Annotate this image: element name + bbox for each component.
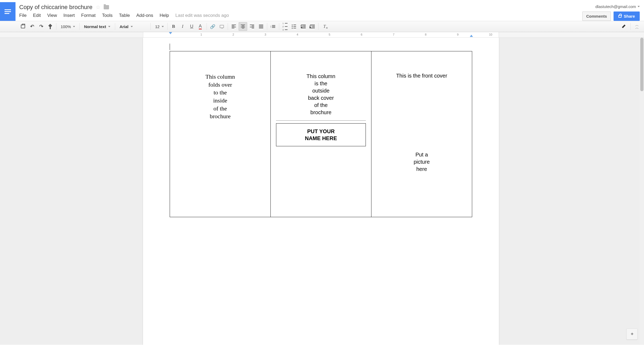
print-icon bbox=[21, 25, 25, 28]
divider bbox=[276, 120, 366, 121]
explore-icon: ✦ bbox=[630, 331, 634, 337]
separator bbox=[318, 23, 319, 30]
lock-icon bbox=[618, 15, 622, 18]
text-cursor bbox=[170, 44, 170, 50]
right-indent-marker[interactable] bbox=[470, 35, 473, 37]
numbered-list-button[interactable]: 123 bbox=[281, 22, 289, 31]
user-account[interactable]: dlastutech@gmail.com bbox=[595, 4, 640, 9]
font-value: Arial bbox=[119, 24, 128, 29]
star-icon[interactable]: ☆ bbox=[96, 4, 100, 10]
document-title[interactable]: Copy of chiccarine brochure bbox=[19, 4, 92, 11]
increase-indent-button[interactable]: ▶ bbox=[308, 22, 317, 31]
undo-button[interactable]: ↶ bbox=[28, 22, 36, 31]
align-right-button[interactable] bbox=[248, 22, 256, 31]
style-select[interactable]: Normal text bbox=[81, 22, 113, 31]
vertical-scrollbar[interactable] bbox=[640, 38, 644, 345]
separator bbox=[267, 23, 267, 30]
align-justify-button[interactable] bbox=[257, 22, 265, 31]
ruler-mark: 7 bbox=[393, 33, 394, 36]
horizontal-ruler[interactable]: 1 2 3 4 5 6 7 8 9 10 bbox=[143, 32, 499, 37]
insert-comment-button[interactable] bbox=[218, 22, 226, 31]
insert-link-button[interactable]: 🔗 bbox=[208, 22, 217, 31]
bulleted-list-button[interactable] bbox=[290, 22, 298, 31]
zoom-select[interactable]: 100% bbox=[58, 22, 78, 31]
separator bbox=[207, 23, 207, 30]
decrease-indent-icon: ◀ bbox=[301, 25, 306, 28]
numbered-list-icon: 123 bbox=[282, 22, 288, 31]
text-line: inside bbox=[175, 97, 265, 105]
collapse-toolbar-button[interactable]: ︿︿ bbox=[632, 22, 642, 31]
font-select[interactable]: Arial bbox=[117, 22, 149, 31]
col1-content[interactable]: This column folds over to the inside of … bbox=[175, 73, 265, 120]
comments-button[interactable]: Comments bbox=[582, 11, 611, 21]
ruler-mark: 3 bbox=[265, 33, 266, 36]
share-button[interactable]: Share bbox=[614, 11, 640, 21]
app-header: Copy of chiccarine brochure ☆ File Edit … bbox=[0, 0, 644, 21]
separator bbox=[115, 23, 115, 30]
menu-help[interactable]: Help bbox=[160, 13, 169, 18]
print-button[interactable] bbox=[19, 22, 27, 31]
text-color-button[interactable]: A bbox=[196, 22, 205, 31]
name-input-box[interactable]: PUT YOUR NAME HERE bbox=[276, 123, 366, 146]
folder-icon[interactable] bbox=[104, 5, 109, 9]
text-line: brochure bbox=[276, 109, 366, 116]
bold-button[interactable]: B bbox=[169, 22, 178, 31]
text-line: outside bbox=[276, 87, 366, 94]
col2-content[interactable]: This column is the outside back cover of… bbox=[276, 73, 366, 116]
underline-button[interactable]: U bbox=[187, 22, 196, 31]
editing-mode-button[interactable] bbox=[620, 22, 629, 31]
ruler-mark: 10 bbox=[489, 33, 492, 36]
caret-icon bbox=[162, 26, 164, 27]
text-line: NAME HERE bbox=[281, 135, 361, 142]
col3-title[interactable]: This is the front cover bbox=[377, 73, 467, 79]
line-spacing-button[interactable]: ↕ bbox=[269, 22, 277, 31]
picture-placeholder[interactable]: Put a picture here bbox=[377, 151, 467, 173]
pencil-icon bbox=[622, 24, 626, 29]
increase-indent-icon: ▶ bbox=[310, 25, 315, 28]
text-line: Put a bbox=[377, 151, 467, 158]
menu-addons[interactable]: Add-ons bbox=[136, 13, 153, 18]
menu-edit[interactable]: Edit bbox=[33, 13, 41, 18]
paint-format-button[interactable] bbox=[46, 22, 55, 31]
separator bbox=[79, 23, 80, 30]
separator bbox=[228, 23, 228, 30]
caret-icon bbox=[108, 26, 110, 27]
redo-button[interactable]: ↷ bbox=[37, 22, 45, 31]
last-edit-label[interactable]: Last edit was seconds ago bbox=[175, 13, 229, 18]
separator bbox=[56, 23, 56, 30]
document-page[interactable]: This column folds over to the inside of … bbox=[143, 38, 499, 345]
document-area[interactable]: This column folds over to the inside of … bbox=[0, 38, 644, 345]
menu-insert[interactable]: Insert bbox=[63, 13, 75, 18]
align-left-button[interactable] bbox=[230, 22, 238, 31]
separator bbox=[150, 23, 151, 30]
menu-table[interactable]: Table bbox=[119, 13, 130, 18]
brochure-col-2[interactable]: This column is the outside back cover of… bbox=[271, 51, 371, 217]
text-line: brochure bbox=[175, 112, 265, 120]
toolbar: ↶ ↷ 100% Normal text Arial 12 B I U A 🔗 … bbox=[0, 21, 644, 32]
separator bbox=[279, 23, 279, 30]
menu-format[interactable]: Format bbox=[81, 13, 96, 18]
separator bbox=[630, 23, 631, 30]
align-center-button[interactable] bbox=[239, 22, 247, 31]
align-justify-icon bbox=[259, 25, 263, 28]
text-line: This column bbox=[175, 73, 265, 81]
fontsize-select[interactable]: 12 bbox=[152, 22, 166, 31]
ruler-mark: 5 bbox=[329, 33, 330, 36]
decrease-indent-button[interactable]: ◀ bbox=[299, 22, 308, 31]
left-indent-marker[interactable] bbox=[169, 32, 172, 34]
menu-bar: File Edit View Insert Format Tools Table… bbox=[19, 11, 582, 18]
scrollbar-thumb[interactable] bbox=[640, 38, 643, 91]
brochure-col-1[interactable]: This column folds over to the inside of … bbox=[170, 51, 271, 217]
italic-icon: I bbox=[182, 24, 184, 29]
brochure-table[interactable]: This column folds over to the inside of … bbox=[170, 51, 472, 217]
menu-tools[interactable]: Tools bbox=[102, 13, 113, 18]
user-email-label: dlastutech@gmail.com bbox=[595, 4, 636, 9]
explore-button[interactable]: ✦ bbox=[626, 328, 638, 340]
menu-file[interactable]: File bbox=[19, 13, 26, 18]
clear-formatting-button[interactable]: T✕ bbox=[320, 22, 329, 31]
menu-view[interactable]: View bbox=[47, 13, 57, 18]
bold-icon: B bbox=[172, 24, 175, 29]
italic-button[interactable]: I bbox=[178, 22, 187, 31]
docs-logo[interactable] bbox=[0, 2, 15, 21]
brochure-col-3[interactable]: This is the front cover Put a picture he… bbox=[371, 51, 472, 217]
